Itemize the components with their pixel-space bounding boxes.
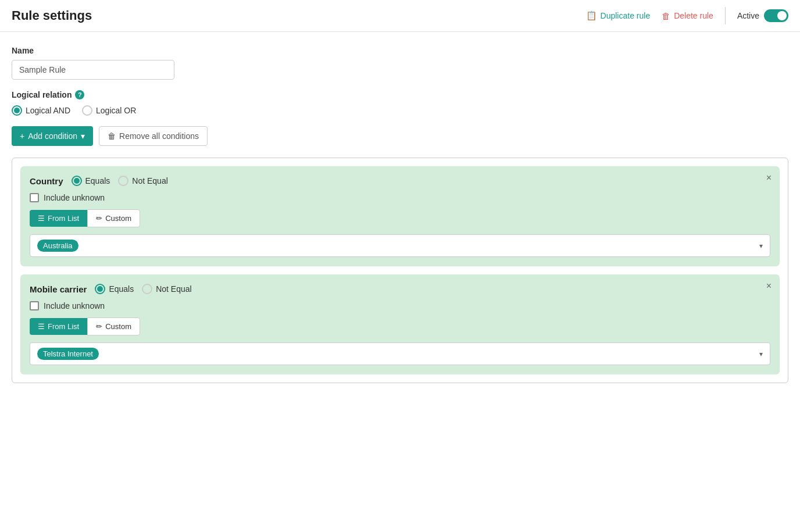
rule-name-input[interactable] (12, 60, 174, 80)
header-divider (725, 7, 726, 24)
mobile-carrier-include-unknown-row: Include unknown (30, 301, 770, 310)
delete-rule-button[interactable]: 🗑 Delete rule (662, 11, 713, 21)
condition-country: × Country Equals Not Equal Include unkno… (20, 166, 780, 266)
mobile-carrier-selected-tag: Telstra Internet (37, 348, 99, 360)
active-toggle-switch[interactable] (764, 9, 788, 22)
main-content: Name Logical relation ? Logical AND Logi… (0, 32, 800, 397)
pencil-icon: ✏ (96, 214, 102, 223)
condition-mobile-carrier-header: Mobile carrier Equals Not Equal (30, 284, 770, 294)
remove-all-conditions-button[interactable]: 🗑 Remove all conditions (99, 126, 208, 146)
condition-country-close[interactable]: × (766, 173, 772, 183)
chevron-down-icon: ▾ (81, 131, 85, 141)
duplicate-icon: 📋 (586, 10, 597, 21)
country-value-dropdown[interactable]: Australia ▾ (30, 234, 770, 257)
list-icon-2: ☰ (38, 322, 45, 331)
trash-icon: 🗑 (662, 11, 670, 21)
conditions-toolbar: + Add condition ▾ 🗑 Remove all condition… (12, 126, 788, 146)
logical-relation-label: Logical relation ? (12, 90, 788, 99)
mobile-carrier-equals-option[interactable]: Equals (95, 284, 134, 294)
trash-icon-small: 🗑 (108, 131, 116, 141)
condition-country-name: Country (30, 176, 63, 186)
country-equals-radio[interactable] (72, 176, 82, 186)
header-actions: 📋 Duplicate rule 🗑 Delete rule Active (586, 7, 788, 24)
logical-or-label: Logical OR (96, 106, 136, 115)
country-equals-label: Equals (85, 176, 110, 185)
logical-or-radio[interactable] (82, 105, 92, 116)
condition-mobile-carrier-name: Mobile carrier (30, 284, 87, 294)
name-label: Name (12, 46, 788, 55)
country-not-equal-option[interactable]: Not Equal (118, 176, 167, 186)
mobile-carrier-dropdown-chevron: ▾ (759, 350, 763, 358)
country-include-unknown-checkbox[interactable] (30, 193, 39, 202)
condition-mobile-carrier: × Mobile carrier Equals Not Equal Includ… (20, 274, 780, 374)
country-not-equal-radio[interactable] (118, 176, 128, 186)
logical-or-option[interactable]: Logical OR (82, 105, 136, 116)
condition-country-header: Country Equals Not Equal (30, 176, 770, 186)
conditions-container: × Country Equals Not Equal Include unkno… (12, 158, 788, 383)
country-tab-group: ☰ From List ✏ Custom (30, 209, 770, 227)
help-icon[interactable]: ? (75, 90, 84, 99)
mobile-carrier-include-unknown-label: Include unknown (44, 301, 105, 310)
country-dropdown-chevron: ▾ (759, 242, 763, 250)
add-condition-button[interactable]: + Add condition ▾ (12, 126, 93, 146)
mobile-carrier-custom-button[interactable]: ✏ Custom (87, 317, 140, 335)
list-icon: ☰ (38, 214, 45, 223)
active-toggle-container: Active (737, 9, 788, 22)
mobile-carrier-equals-label: Equals (109, 284, 134, 294)
plus-icon: + (20, 131, 24, 141)
country-include-unknown-label: Include unknown (44, 193, 105, 202)
country-equals-option[interactable]: Equals (72, 176, 110, 186)
country-not-equal-label: Not Equal (132, 176, 167, 185)
duplicate-rule-button[interactable]: 📋 Duplicate rule (586, 10, 651, 21)
country-selected-tag: Australia (37, 240, 78, 252)
logical-and-option[interactable]: Logical AND (12, 105, 70, 116)
mobile-carrier-include-unknown-checkbox[interactable] (30, 301, 39, 310)
logical-relation-radio-group: Logical AND Logical OR (12, 105, 788, 116)
country-custom-button[interactable]: ✏ Custom (87, 209, 140, 227)
logical-and-label: Logical AND (26, 106, 70, 115)
mobile-carrier-not-equal-label: Not Equal (156, 284, 191, 294)
mobile-carrier-value-dropdown[interactable]: Telstra Internet ▾ (30, 342, 770, 365)
pencil-icon-2: ✏ (96, 322, 102, 331)
active-label: Active (737, 11, 759, 20)
mobile-carrier-equals-radio[interactable] (95, 284, 105, 294)
mobile-carrier-tab-group: ☰ From List ✏ Custom (30, 317, 770, 335)
logical-and-radio[interactable] (12, 105, 22, 116)
country-from-list-button[interactable]: ☰ From List (30, 210, 87, 227)
logical-relation-section: Logical relation ? Logical AND Logical O… (12, 90, 788, 116)
mobile-carrier-not-equal-radio[interactable] (142, 284, 152, 294)
condition-mobile-carrier-close[interactable]: × (766, 281, 772, 291)
page-title: Rule settings (12, 8, 92, 23)
mobile-carrier-from-list-button[interactable]: ☰ From List (30, 318, 87, 335)
country-include-unknown-row: Include unknown (30, 193, 770, 202)
page-header: Rule settings 📋 Duplicate rule 🗑 Delete … (0, 0, 800, 32)
mobile-carrier-not-equal-option[interactable]: Not Equal (142, 284, 191, 294)
